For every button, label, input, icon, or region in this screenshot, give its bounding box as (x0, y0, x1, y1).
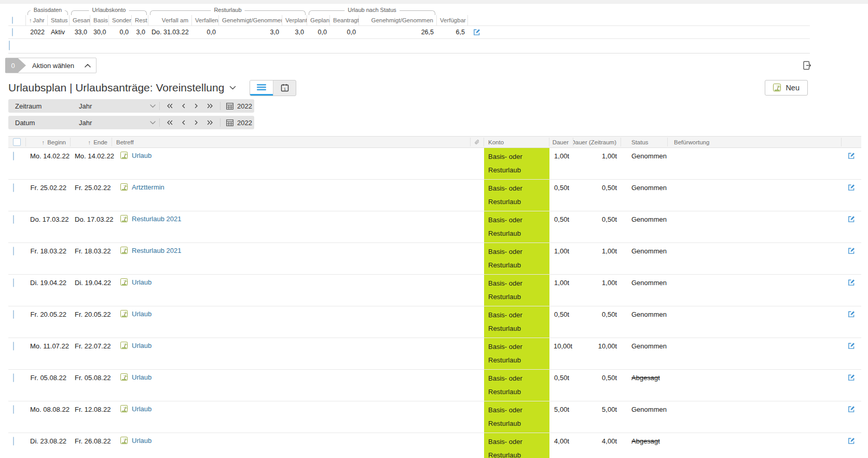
datum-year-picker[interactable]: 2022 (224, 119, 252, 127)
action-select-control[interactable]: 0 Aktion wählen (5, 58, 97, 73)
betreff-link[interactable]: Urlaub (132, 437, 151, 444)
row-edit-button[interactable] (842, 211, 861, 243)
betreff-link[interactable]: Artzttermin (132, 183, 164, 191)
zeitraum-mode-select[interactable]: Jahr (79, 102, 156, 110)
konto-cell: Basis- oder Resturlaub (484, 433, 549, 458)
befuerwortung-cell (668, 370, 842, 401)
nav-next-button[interactable] (191, 102, 201, 110)
col-jahr[interactable]: ↑Jahr (26, 15, 48, 25)
nav-prev-button[interactable] (178, 102, 189, 110)
datum-mode-select[interactable]: Jahr (79, 119, 156, 127)
dauer-zeitraum-cell: 4,00t (573, 433, 621, 458)
row-edit-button[interactable] (842, 433, 861, 458)
view-toggle: 1 (250, 80, 296, 96)
col-ende[interactable]: ↑ Ende (71, 138, 112, 146)
palm-icon (120, 152, 128, 159)
chevron-down-icon (150, 104, 156, 108)
col-rest: Rest (132, 15, 148, 25)
row-checkbox[interactable] (13, 342, 14, 351)
zeitraum-year-picker[interactable]: 2022 (224, 102, 252, 110)
betreff-cell: Urlaub (112, 306, 471, 338)
status-cell: Genommen (621, 401, 668, 433)
betreff-link[interactable]: Urlaub (132, 342, 151, 349)
verfuegbar-value: 6,5 (437, 26, 468, 38)
table-select-all-checkbox[interactable] (13, 138, 21, 146)
row-edit-button[interactable] (842, 370, 861, 401)
row-checkbox[interactable] (13, 278, 14, 287)
row-checkbox[interactable] (13, 373, 14, 382)
group-urlaub-nach-status: Urlaub nach Status (309, 10, 435, 15)
beginn-cell: Fr. 05.08.22 (26, 370, 71, 401)
row-checkbox[interactable] (13, 310, 14, 319)
row-edit-button[interactable] (842, 180, 861, 211)
row-edit-button[interactable] (842, 148, 861, 179)
beginn-cell: Mo. 14.02.22 (26, 148, 71, 179)
nav-next-button[interactable] (191, 119, 201, 126)
calendar-view-button[interactable]: 1 (273, 80, 296, 96)
chevron-right-icon (194, 120, 198, 125)
summary-row-checkbox[interactable] (12, 28, 13, 36)
nav-prev-button[interactable] (178, 119, 189, 126)
beantragt-value: 0,0 (330, 26, 359, 38)
beginn-cell: Mo. 11.07.22 (26, 338, 71, 369)
col-betreff: Betreff (112, 138, 471, 146)
betreff-link[interactable]: Urlaub (132, 310, 151, 318)
row-checkbox[interactable] (13, 437, 14, 446)
nav-last-button[interactable] (203, 102, 216, 110)
group-urlaubskonto: Urlaubskonto (71, 10, 147, 15)
ende-cell: Fr. 22.07.22 (71, 338, 112, 369)
attachment-cell (471, 433, 484, 458)
ende-cell: Mo. 14.02.22 (71, 148, 112, 179)
row-edit-button[interactable] (842, 401, 861, 433)
row-checkbox[interactable] (13, 405, 14, 414)
nav-first-button[interactable] (163, 119, 176, 126)
befuerwortung-cell (668, 148, 842, 179)
row-edit-button[interactable] (842, 338, 861, 369)
befuerwortung-cell (668, 211, 842, 243)
nav-first-button[interactable] (163, 102, 176, 110)
betreff-cell: Urlaub (112, 148, 471, 179)
dauer-cell: 0,50t (549, 211, 573, 243)
ende-cell: Fr. 05.08.22 (71, 370, 112, 401)
export-button[interactable] (802, 60, 812, 71)
col-status: Status (621, 138, 668, 146)
row-checkbox[interactable] (13, 152, 14, 160)
betreff-cell: Urlaub (112, 433, 471, 458)
betreff-link[interactable]: Urlaub (132, 373, 151, 381)
col-dauer: Dauer (549, 138, 573, 146)
preset-dropdown-button[interactable] (229, 86, 236, 90)
chevron-left-icon (182, 103, 186, 109)
table-row: Mo. 11.07.22 Fr. 22.07.22 Urlaub Basis- … (8, 338, 861, 370)
zeitraum-year-value: 2022 (237, 102, 252, 110)
betreff-link[interactable]: Resturlaub 2021 (132, 215, 181, 223)
dauer-zeitraum-cell: 1,00t (573, 243, 621, 274)
row-edit-button[interactable] (842, 306, 861, 338)
betreff-link[interactable]: Urlaub (132, 278, 151, 286)
nav-last-button[interactable] (203, 119, 216, 126)
list-view-button[interactable] (250, 80, 273, 96)
col-beginn[interactable]: ↑ Beginn (26, 138, 71, 146)
summary-empty-checkbox[interactable] (9, 41, 10, 50)
export-icon (802, 60, 812, 71)
vacation-requests-table: ↑ Beginn ↑ Ende Betreff Konto Dauer Daue… (8, 136, 861, 458)
betreff-link[interactable]: Resturlaub 2021 (132, 247, 181, 254)
paperclip-icon (475, 138, 479, 146)
beginn-cell: Di. 23.08.22 (26, 433, 71, 458)
row-edit-button[interactable] (842, 275, 861, 306)
row-checkbox[interactable] (13, 183, 14, 192)
row-checkbox[interactable] (13, 215, 14, 224)
summary-group-header: Basisdaten Urlaubskonto Resturlaub Urlau… (8, 4, 810, 15)
edit-icon (847, 152, 856, 160)
dauer-zeitraum-cell: 0,50t (573, 180, 621, 211)
betreff-link[interactable]: Urlaub (132, 405, 151, 413)
col-befuerwortung: Befürwortung (668, 138, 842, 146)
betreff-link[interactable]: Urlaub (132, 152, 151, 159)
row-checkbox[interactable] (13, 247, 14, 255)
verfallen-value: 0,0 (192, 26, 219, 38)
row-edit-button[interactable] (842, 243, 861, 274)
attachment-cell (471, 180, 484, 211)
summary-select-all-checkbox[interactable] (12, 17, 13, 24)
konto-cell: Basis- oder Resturlaub (484, 148, 549, 179)
summary-edit-button[interactable] (468, 26, 486, 38)
neu-button[interactable]: Neu (765, 80, 808, 96)
